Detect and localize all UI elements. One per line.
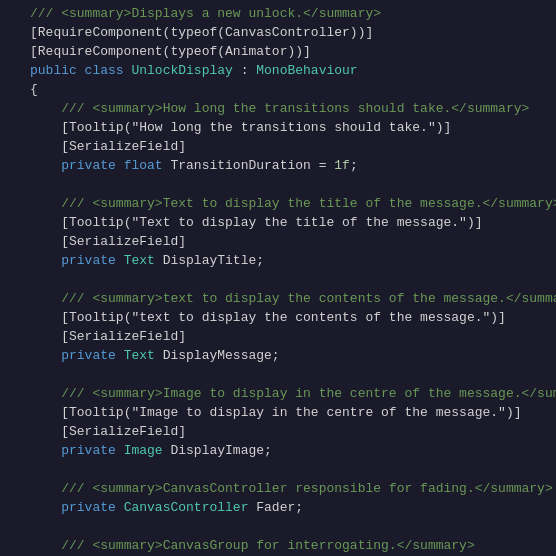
code-editor: /// <summary>Displays a new unlock.</sum…: [0, 0, 556, 556]
code-line: private Image DisplayImage;: [0, 441, 556, 460]
code-line: {: [0, 80, 556, 99]
code-line: /// <summary>Text to display the title o…: [0, 194, 556, 213]
code-line: [SerializeField]: [0, 422, 556, 441]
code-line: private CanvasController Fader;: [0, 498, 556, 517]
code-line: [SerializeField]: [0, 137, 556, 156]
code-line: /// <summary>CanvasGroup for interrogati…: [0, 536, 556, 555]
code-line: [RequireComponent(typeof(CanvasControlle…: [0, 23, 556, 42]
code-line: [SerializeField]: [0, 327, 556, 346]
code-line: /// <summary>Image to display in the cen…: [0, 384, 556, 403]
code-line: [SerializeField]: [0, 232, 556, 251]
code-line: [0, 175, 556, 194]
code-line: [RequireComponent(typeof(Animator))]: [0, 42, 556, 61]
code-line: [0, 517, 556, 536]
code-line: [0, 365, 556, 384]
code-line: [Tooltip("Text to display the title of t…: [0, 213, 556, 232]
code-line: [Tooltip("text to display the contents o…: [0, 308, 556, 327]
code-line: [0, 460, 556, 479]
code-line: private Text DisplayTitle;: [0, 251, 556, 270]
code-line: /// <summary>CanvasController responsibl…: [0, 479, 556, 498]
code-line: /// <summary>How long the transitions sh…: [0, 99, 556, 118]
code-line: [Tooltip("How long the transitions shoul…: [0, 118, 556, 137]
code-line: public class UnlockDisplay : MonoBehavio…: [0, 61, 556, 80]
code-line: [Tooltip("Image to display in the centre…: [0, 403, 556, 422]
code-line: /// <summary>Displays a new unlock.</sum…: [0, 4, 556, 23]
code-line: /// <summary>text to display the content…: [0, 289, 556, 308]
code-line: private float TransitionDuration = 1f;: [0, 156, 556, 175]
code-line: private Text DisplayMessage;: [0, 346, 556, 365]
code-line: [0, 270, 556, 289]
